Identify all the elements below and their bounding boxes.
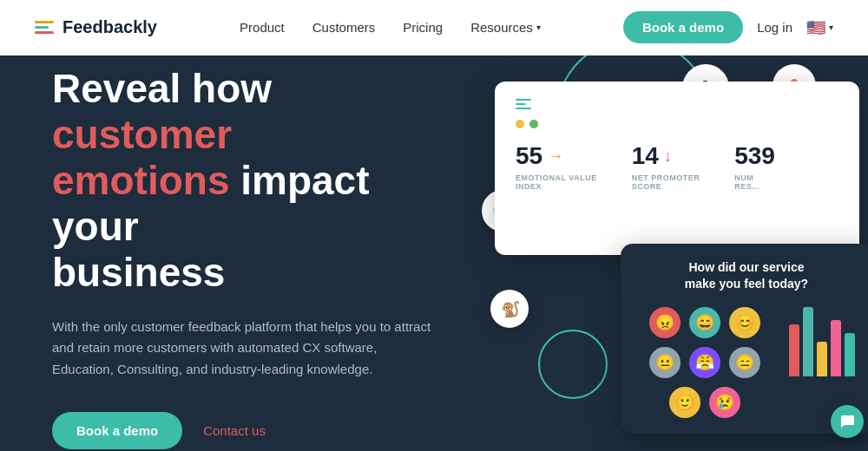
- dot-green: [529, 120, 538, 128]
- bar: [803, 307, 813, 376]
- feedback-question: How did our service make you feel today?: [638, 259, 855, 293]
- dot-yellow: [516, 120, 524, 128]
- logo-icon: [35, 21, 54, 34]
- chat-icon[interactable]: [831, 405, 864, 438]
- nav-resources[interactable]: Resources ▾: [470, 20, 541, 35]
- chevron-down-icon: ▾: [536, 23, 541, 32]
- nav-links: Product Customers Pricing Resources ▾: [240, 20, 541, 35]
- metric-evi: 55 → EMOTIONAL VALUE INDEX: [516, 142, 597, 191]
- logo-text: Feedbackly: [62, 17, 157, 37]
- emoji-option[interactable]: 😢: [709, 387, 740, 418]
- hero-description: With the only customer feedback platform…: [52, 317, 434, 381]
- emoji-option[interactable]: 😠: [649, 307, 681, 338]
- bar: [831, 320, 841, 376]
- emoji-grid: 😠😄😊😐😤😑🙂😢: [638, 307, 772, 418]
- emoji-option[interactable]: 😑: [729, 347, 760, 378]
- feedback-card: How did our service make you feel today?…: [621, 244, 868, 434]
- emoji-option[interactable]: 😄: [689, 307, 720, 338]
- emoji-option[interactable]: 😤: [689, 347, 720, 378]
- dashboard-metrics: 55 → EMOTIONAL VALUE INDEX 14 ↓ NET PROM…: [516, 142, 838, 191]
- metric-num: 539 NUM RES...: [734, 142, 775, 191]
- hero-cta: Book a demo Contact us: [52, 412, 434, 449]
- hero-right: ☁ 🐒: [469, 56, 868, 451]
- arrow-right-icon: →: [548, 147, 563, 166]
- dashboard-dots: [516, 120, 838, 128]
- hero-book-demo-button[interactable]: Book a demo: [52, 412, 182, 449]
- language-selector[interactable]: 🇺🇸 ▾: [806, 18, 833, 37]
- hero-left: Reveal how customer emotions impact your…: [0, 56, 469, 451]
- mailchimp-icon: 🐒: [490, 290, 529, 328]
- bar: [789, 324, 799, 376]
- nav-product[interactable]: Product: [240, 20, 285, 35]
- nav-actions: Book a demo Log in 🇺🇸 ▾: [623, 11, 833, 43]
- emoji-option[interactable]: 😐: [649, 347, 681, 378]
- bar: [845, 333, 855, 376]
- hero-heading: Reveal how customer emotions impact your…: [52, 66, 434, 295]
- navbar: Feedbackly Product Customers Pricing Res…: [0, 0, 868, 56]
- hero-section: Reveal how customer emotions impact your…: [0, 56, 868, 451]
- emoji-option[interactable]: 😊: [729, 307, 760, 338]
- flag-chevron-icon: ▾: [829, 23, 833, 32]
- emoji-option[interactable]: 🙂: [669, 387, 700, 418]
- teal-circle-2: [538, 330, 608, 399]
- menu-lines: [516, 99, 838, 109]
- login-button[interactable]: Log in: [757, 20, 792, 35]
- logo[interactable]: Feedbackly: [35, 17, 157, 37]
- flag-icon: 🇺🇸: [806, 18, 825, 37]
- dashboard-card: 55 → EMOTIONAL VALUE INDEX 14 ↓ NET PROM…: [495, 82, 859, 255]
- logo-line-1: [35, 21, 54, 23]
- metric-nps: 14 ↓ NET PROMOTER SCORE: [632, 142, 700, 191]
- contact-us-button[interactable]: Contact us: [203, 423, 266, 438]
- bar-chart: [789, 307, 855, 376]
- logo-line-2: [35, 26, 49, 29]
- arrow-down-icon: ↓: [664, 147, 672, 166]
- logo-line-3: [35, 31, 54, 34]
- svg-text:🐒: 🐒: [501, 300, 521, 319]
- bar: [817, 342, 827, 376]
- nav-customers[interactable]: Customers: [312, 20, 376, 35]
- nav-pricing[interactable]: Pricing: [403, 20, 443, 35]
- book-demo-button[interactable]: Book a demo: [623, 11, 743, 43]
